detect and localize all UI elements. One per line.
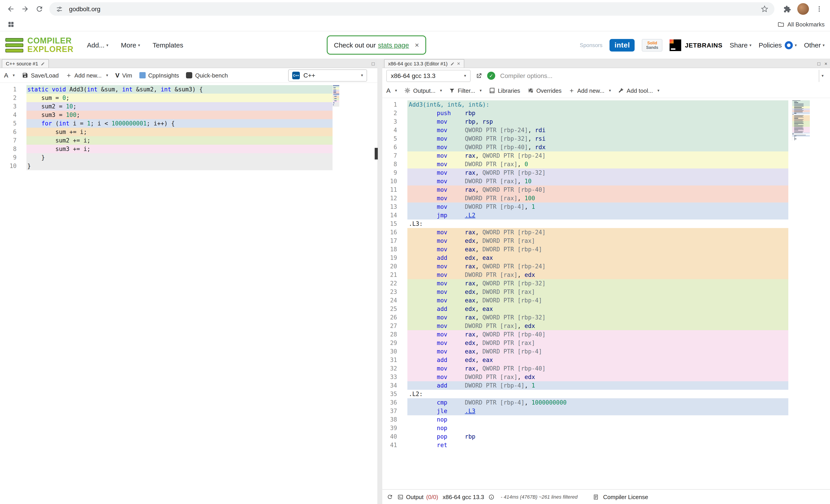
asm-line[interactable]: 2 push rbp xyxy=(382,109,830,117)
line-number[interactable]: 32 xyxy=(382,364,399,373)
line-number[interactable]: 23 xyxy=(382,288,399,296)
quick-bench-button[interactable]: Quick-bench xyxy=(186,72,228,79)
other-menu[interactable]: Other▾ xyxy=(804,41,825,49)
forward-button[interactable] xyxy=(18,2,32,16)
line-number[interactable]: 12 xyxy=(382,194,399,202)
line-number[interactable]: 35 xyxy=(382,390,399,398)
bookmark-star-icon[interactable] xyxy=(759,4,770,14)
jetbrains-logo[interactable]: JETBRAINS xyxy=(670,39,723,51)
asm-line[interactable]: 30 mov eax, DWORD PTR [rbp-4] xyxy=(382,347,830,356)
close-pane-icon[interactable]: × xyxy=(824,61,827,67)
avatar[interactable] xyxy=(797,3,809,15)
asm-line[interactable]: 29 mov edx, DWORD PTR [rax] xyxy=(382,339,830,347)
line-number[interactable]: 7 xyxy=(382,152,399,160)
close-tab-icon[interactable]: × xyxy=(457,61,460,66)
source-line[interactable]: 6 sum += i; xyxy=(0,128,377,136)
asm-line[interactable]: 35.L2: xyxy=(382,390,830,398)
output-menu-button[interactable]: Output...▾ xyxy=(404,87,442,94)
source-line[interactable]: 10} xyxy=(0,162,377,170)
line-number[interactable]: 19 xyxy=(382,254,399,262)
asm-line[interactable]: 25 add edx, eax xyxy=(382,305,830,313)
vim-toggle-button[interactable]: V Vim xyxy=(116,72,132,79)
source-line[interactable]: 7 sum2 += i; xyxy=(0,136,377,145)
line-number[interactable]: 21 xyxy=(382,271,399,279)
language-select[interactable]: C++ C++ ▾ xyxy=(288,69,367,81)
tab-compiler-output[interactable]: x86-64 gcc 13.3 (Editor #1) × xyxy=(384,59,464,68)
overrides-button[interactable]: Overrides xyxy=(527,87,562,94)
asm-line[interactable]: 21 mov DWORD PTR [rax], edx xyxy=(382,271,830,279)
share-menu[interactable]: Share▾ xyxy=(730,41,752,49)
rename-icon[interactable] xyxy=(450,62,454,66)
asm-line[interactable]: 8 mov DWORD PTR [rax], 0 xyxy=(382,160,830,168)
add-new-button[interactable]: Add new...▾ xyxy=(569,87,611,94)
asm-line[interactable]: 22 mov rax, QWORD PTR [rbp-32] xyxy=(382,279,830,288)
line-number[interactable]: 9 xyxy=(0,153,22,162)
line-number[interactable]: 2 xyxy=(382,109,399,117)
asm-line[interactable]: 13 mov DWORD PTR [rbp-4], 1 xyxy=(382,202,830,211)
rename-icon[interactable] xyxy=(41,62,45,66)
line-number[interactable]: 28 xyxy=(382,330,399,339)
line-number[interactable]: 2 xyxy=(0,94,22,102)
intel-logo[interactable]: intel xyxy=(610,39,635,51)
line-number[interactable]: 4 xyxy=(0,111,22,119)
line-number[interactable]: 14 xyxy=(382,211,399,220)
line-number[interactable]: 27 xyxy=(382,322,399,330)
asm-line[interactable]: 37 jle .L3 xyxy=(382,407,830,415)
line-number[interactable]: 5 xyxy=(382,134,399,143)
options-dropdown-icon[interactable]: ▾ xyxy=(819,70,826,82)
line-number[interactable]: 3 xyxy=(382,117,399,126)
info-icon[interactable] xyxy=(489,494,494,500)
asm-line[interactable]: 28 mov rax, QWORD PTR [rbp-40] xyxy=(382,330,830,339)
add-tool-button[interactable]: Add tool...▾ xyxy=(618,87,660,94)
maximize-pane-icon[interactable]: □ xyxy=(372,61,375,67)
site-info-icon[interactable] xyxy=(54,4,65,14)
asm-line[interactable]: 36 cmp DWORD PTR [rbp-4], 1000000000 xyxy=(382,398,830,407)
source-line[interactable]: 1static void Add3(int &sum, int &sum2, i… xyxy=(0,85,377,94)
asm-line[interactable]: 32 mov rax, QWORD PTR [rbp-40] xyxy=(382,364,830,373)
line-number[interactable]: 34 xyxy=(382,381,399,390)
line-number[interactable]: 24 xyxy=(382,296,399,305)
extensions-icon[interactable] xyxy=(780,2,794,16)
source-line[interactable]: 4 sum3 = 100; xyxy=(0,111,377,119)
line-number[interactable]: 31 xyxy=(382,356,399,364)
line-number[interactable]: 4 xyxy=(382,126,399,134)
line-number[interactable]: 30 xyxy=(382,347,399,356)
line-number[interactable]: 29 xyxy=(382,339,399,347)
line-number[interactable]: 10 xyxy=(382,177,399,186)
reload-button[interactable] xyxy=(32,2,46,16)
asm-line[interactable]: 16 mov rax, QWORD PTR [rbp-24] xyxy=(382,228,830,237)
asm-line[interactable]: 1Add3(int&, int&, int&): xyxy=(382,100,830,109)
line-number[interactable]: 22 xyxy=(382,279,399,288)
line-number[interactable]: 9 xyxy=(382,168,399,177)
asm-line[interactable]: 11 mov rax, QWORD PTR [rbp-40] xyxy=(382,186,830,194)
line-number[interactable]: 38 xyxy=(382,415,399,424)
line-number[interactable]: 11 xyxy=(382,186,399,194)
asm-line[interactable]: 27 mov DWORD PTR [rax], edx xyxy=(382,322,830,330)
asm-line[interactable]: 12 mov DWORD PTR [rax], 100 xyxy=(382,194,830,202)
back-button[interactable] xyxy=(4,2,18,16)
compiler-explorer-logo[interactable]: COMPILER EXPLORER xyxy=(5,36,73,54)
asm-line[interactable]: 40 pop rbp xyxy=(382,432,830,441)
line-number[interactable]: 33 xyxy=(382,373,399,381)
asm-line[interactable]: 5 mov QWORD PTR [rbp-32], rsi xyxy=(382,134,830,143)
line-number[interactable]: 3 xyxy=(0,102,22,111)
asm-line[interactable]: 39 nop xyxy=(382,424,830,432)
line-number[interactable]: 8 xyxy=(382,160,399,168)
line-number[interactable]: 5 xyxy=(0,119,22,128)
asm-line[interactable]: 31 add edx, eax xyxy=(382,356,830,364)
asm-line[interactable]: 23 mov edx, DWORD PTR [rax] xyxy=(382,288,830,296)
asm-line[interactable]: 19 add edx, eax xyxy=(382,254,830,262)
line-number[interactable]: 8 xyxy=(0,145,22,153)
output-toggle-button[interactable]: Output (0/0) xyxy=(397,494,438,500)
assembly-minimap[interactable] xyxy=(792,100,810,140)
asm-line[interactable]: 10 mov DWORD PTR [rax], 10 xyxy=(382,177,830,186)
asm-line[interactable]: 4 mov QWORD PTR [rbp-24], rdi xyxy=(382,126,830,134)
pane-splitter[interactable] xyxy=(377,59,382,504)
assembly-editor[interactable]: 1Add3(int&, int&, int&):2 push rbp3 mov … xyxy=(382,98,830,489)
policies-menu[interactable]: Policies▾ xyxy=(759,41,797,49)
line-number[interactable]: 15 xyxy=(382,220,399,228)
asm-line[interactable]: 18 mov eax, DWORD PTR [rbp-4] xyxy=(382,245,830,254)
asm-line[interactable]: 33 mov DWORD PTR [rax], edx xyxy=(382,373,830,381)
maximize-pane-icon[interactable]: □ xyxy=(818,61,820,67)
source-line[interactable]: 5 for (int i = 1; i < 1000000001; i++) { xyxy=(0,119,377,128)
